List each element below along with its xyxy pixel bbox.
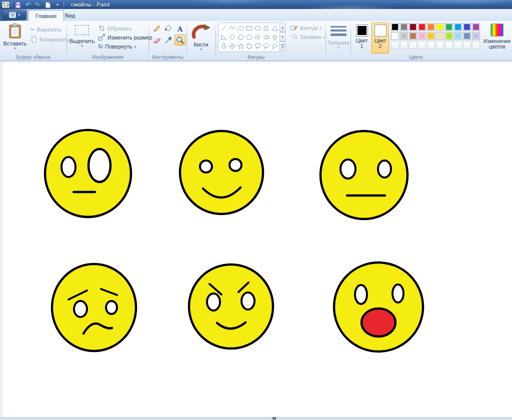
canvas-margin-strip bbox=[0, 417, 512, 420]
palette-swatch[interactable] bbox=[436, 32, 444, 40]
down-arrow-shape-icon[interactable] bbox=[220, 42, 228, 50]
palette-swatch[interactable] bbox=[427, 32, 435, 40]
palette-swatch[interactable] bbox=[472, 32, 480, 40]
redo-icon: ↷ bbox=[33, 1, 41, 9]
cloud-callout-shape-icon[interactable] bbox=[270, 42, 278, 50]
text-tool[interactable]: A bbox=[174, 23, 186, 34]
color1-button[interactable]: Цвет 1 bbox=[353, 22, 370, 54]
edit-colors-button[interactable]: Изменение цветов bbox=[483, 24, 511, 50]
right-triangle-shape-icon[interactable] bbox=[220, 33, 228, 41]
palette-swatch[interactable] bbox=[445, 32, 453, 40]
ellipse-shape-icon[interactable] bbox=[236, 24, 244, 32]
right-arrow-shape-icon[interactable] bbox=[254, 33, 262, 41]
rectangle-shape-icon[interactable] bbox=[245, 24, 253, 32]
oval-callout-shape-icon[interactable] bbox=[262, 42, 270, 50]
left-arrow-shape-icon[interactable] bbox=[262, 33, 270, 41]
paint-canvas[interactable] bbox=[2, 62, 512, 417]
palette-swatch-empty[interactable] bbox=[463, 41, 471, 49]
line-shape-icon[interactable] bbox=[220, 24, 228, 32]
palette-swatch[interactable] bbox=[409, 32, 417, 40]
new-page-icon[interactable] bbox=[44, 1, 52, 9]
color2-button[interactable]: Цвет 2 bbox=[372, 22, 389, 54]
dropdown-arrow-icon: ▾ bbox=[81, 44, 83, 48]
group-size: Толщина ▾ bbox=[326, 21, 350, 60]
palette-swatch[interactable] bbox=[391, 32, 399, 40]
palette-swatch[interactable] bbox=[400, 23, 408, 31]
smiley-smiling bbox=[180, 131, 263, 214]
palette-swatch[interactable] bbox=[454, 32, 462, 40]
undo-icon[interactable]: ↶ bbox=[24, 1, 32, 9]
smiley-mischievous bbox=[189, 264, 273, 348]
paste-button[interactable]: Вставить ▾ bbox=[3, 22, 27, 54]
chevron-down-icon: ▾ bbox=[18, 13, 20, 17]
palette-swatch[interactable] bbox=[463, 23, 471, 31]
qat-customize-icon[interactable]: ▾ bbox=[54, 1, 62, 9]
palette-swatch-empty[interactable] bbox=[436, 41, 444, 49]
file-menu-button[interactable]: ▾ bbox=[2, 10, 26, 20]
palette-swatch-empty[interactable] bbox=[454, 41, 462, 49]
five-point-star-shape-icon[interactable] bbox=[236, 42, 244, 50]
curve-shape-icon[interactable] bbox=[228, 24, 236, 32]
smiley-worried bbox=[52, 264, 136, 351]
hexagon-shape-icon[interactable] bbox=[245, 33, 253, 41]
up-arrow-shape-icon[interactable] bbox=[270, 33, 278, 41]
pentagon-shape-icon[interactable] bbox=[236, 33, 244, 41]
fill-tool[interactable] bbox=[163, 23, 174, 34]
palette-swatch[interactable] bbox=[409, 23, 417, 31]
dropdown-arrow-icon: ▾ bbox=[320, 26, 322, 30]
palette-swatch[interactable] bbox=[391, 23, 399, 31]
palette-swatch-empty[interactable] bbox=[391, 41, 399, 49]
group-clipboard: Вставить ▾ ✂ Вырезать Копировать Буфер о… bbox=[0, 21, 66, 60]
magnifier-tool[interactable] bbox=[174, 34, 186, 46]
save-icon[interactable] bbox=[14, 1, 22, 9]
six-point-star-shape-icon[interactable] bbox=[245, 42, 253, 50]
polygon-shape-icon[interactable] bbox=[262, 24, 270, 32]
shapes-scroll-up-button[interactable]: ▲ bbox=[280, 22, 286, 32]
palette-swatch-empty[interactable] bbox=[445, 41, 453, 49]
palette-swatch[interactable] bbox=[436, 23, 444, 31]
palette-swatch-empty[interactable] bbox=[427, 41, 435, 49]
triangle-shape-icon[interactable] bbox=[270, 24, 278, 32]
palette-swatch-empty[interactable] bbox=[400, 41, 408, 49]
brushes-button[interactable]: Кисти ▾ bbox=[189, 22, 213, 54]
select-button[interactable]: Выделить ▾ bbox=[69, 22, 95, 54]
resize-icon bbox=[98, 34, 106, 42]
palette-swatch[interactable] bbox=[472, 23, 480, 31]
palette-row-1 bbox=[391, 23, 480, 31]
resize-button[interactable]: Изменить размер bbox=[96, 33, 154, 42]
rotate-button[interactable]: ↻ Повернуть ▾ bbox=[96, 42, 138, 51]
outline-icon bbox=[290, 24, 298, 32]
group-caption: Цвета bbox=[351, 54, 481, 60]
color-picker-tool[interactable] bbox=[163, 34, 174, 46]
rounded-rectangle-shape-icon[interactable] bbox=[254, 24, 262, 32]
palette-swatch[interactable] bbox=[418, 23, 426, 31]
shape-outline-button: Контур ▾ bbox=[288, 24, 324, 32]
palette-swatch[interactable] bbox=[418, 32, 426, 40]
palette-swatch-empty[interactable] bbox=[409, 41, 417, 49]
four-point-star-shape-icon[interactable] bbox=[228, 42, 236, 50]
palette-swatch[interactable] bbox=[445, 23, 453, 31]
canvas-resize-handle[interactable] bbox=[272, 417, 276, 420]
copy-button: Копировать bbox=[28, 35, 71, 44]
pencil-tool[interactable] bbox=[152, 23, 162, 34]
eraser-tool[interactable] bbox=[152, 34, 162, 46]
smiley-neutral-straight-mouth bbox=[320, 131, 408, 219]
shapes-scroll-down-button[interactable]: ▼ bbox=[280, 32, 286, 42]
palette-swatch[interactable] bbox=[463, 32, 471, 40]
paint-logo-icon bbox=[2, 1, 10, 9]
canvas-area bbox=[0, 61, 512, 420]
tab-view[interactable]: Вид bbox=[58, 10, 82, 21]
palette-swatch[interactable] bbox=[427, 23, 435, 31]
palette-swatch[interactable] bbox=[400, 32, 408, 40]
shapes-expand-button[interactable]: ▼ bbox=[280, 42, 286, 51]
palette-swatch-empty[interactable] bbox=[418, 41, 426, 49]
rotate-icon: ↻ bbox=[98, 43, 103, 50]
dropdown-arrow-icon: ▾ bbox=[14, 46, 16, 50]
palette-swatch-empty[interactable] bbox=[472, 41, 480, 49]
palette-swatch[interactable] bbox=[454, 23, 462, 31]
rounded-callout-shape-icon[interactable] bbox=[254, 42, 262, 50]
diamond-shape-icon[interactable] bbox=[228, 33, 236, 41]
group-caption: Инструменты bbox=[149, 54, 186, 60]
svg-text:A: A bbox=[178, 25, 183, 33]
dropdown-arrow-icon: ▾ bbox=[323, 36, 325, 39]
